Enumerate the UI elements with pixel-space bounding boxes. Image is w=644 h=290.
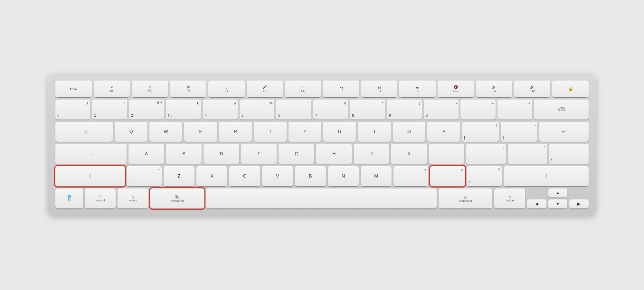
key-f1[interactable]: ☀ F1 bbox=[94, 81, 130, 97]
asdf-row: • A S D F G H J K L : ; bbox=[55, 144, 589, 164]
key-0[interactable]: ) 0 bbox=[424, 100, 459, 120]
key-k[interactable]: K bbox=[391, 144, 427, 164]
key-u[interactable]: U bbox=[323, 122, 356, 142]
key-arrow-down[interactable]: ▼ bbox=[548, 199, 568, 208]
key-e[interactable]: E bbox=[184, 122, 217, 142]
key-f8[interactable]: ⏯ F8 bbox=[361, 81, 398, 97]
key-tab[interactable]: →| bbox=[55, 122, 113, 142]
key-f12[interactable]: 🔊 F12 bbox=[514, 81, 551, 97]
key-b[interactable]: B bbox=[295, 166, 326, 186]
key-w[interactable]: W bbox=[149, 122, 182, 142]
key-rbracket[interactable]: } ] bbox=[501, 122, 537, 142]
key-5[interactable]: % 5 bbox=[240, 100, 274, 120]
key-o[interactable]: O bbox=[393, 122, 426, 142]
key-lbracket[interactable]: { [ bbox=[462, 122, 499, 142]
key-f[interactable]: F bbox=[241, 144, 277, 164]
key-command-right[interactable]: ⌘ command bbox=[439, 188, 492, 208]
key-s[interactable]: S bbox=[166, 144, 202, 164]
key-f11[interactable]: 🔉 F11 bbox=[476, 81, 512, 97]
key-shift-left[interactable]: ⇧ bbox=[55, 166, 125, 186]
key-f6[interactable]: ☾ F6 bbox=[285, 81, 321, 97]
key-f9[interactable]: ⏭ F9 bbox=[399, 81, 436, 97]
key-f10[interactable]: 🔇 F10 bbox=[438, 81, 474, 97]
key-capslock[interactable]: • bbox=[55, 144, 127, 164]
key-semicolon[interactable]: : ; bbox=[466, 144, 506, 164]
key-arrow-right[interactable]: ▶ bbox=[569, 199, 589, 208]
key-slash[interactable]: ? / bbox=[467, 166, 502, 186]
key-4[interactable]: $ 4 bbox=[203, 100, 238, 120]
key-q[interactable]: Q bbox=[115, 122, 147, 142]
key-section[interactable]: ± § bbox=[55, 100, 90, 120]
key-6[interactable]: ^ 6 bbox=[276, 100, 311, 120]
key-f5[interactable]: 🎤 F5 bbox=[247, 81, 283, 97]
key-equals[interactable]: + = bbox=[497, 100, 532, 120]
key-z[interactable]: Z bbox=[164, 166, 194, 186]
zxcv-row: ⇧ ~ ` Z X C V B N M < , > bbox=[55, 166, 589, 186]
key-option-right[interactable]: ⌥ option bbox=[494, 188, 525, 208]
key-f3[interactable]: ⊞ F3 bbox=[170, 81, 206, 97]
keyboard: esc ☀ F1 ☀ F2 ⊞ F3 ⌕ F4 🎤 F5 ☾ F6 ⏮ F7 bbox=[48, 75, 596, 216]
key-j[interactable]: J bbox=[354, 144, 390, 164]
key-r[interactable]: R bbox=[219, 122, 252, 142]
key-control[interactable]: ^ control bbox=[85, 188, 116, 208]
key-9[interactable]: ( 9 bbox=[387, 100, 422, 120]
key-2[interactable]: @ € 2 bbox=[129, 100, 164, 120]
key-esc[interactable]: esc bbox=[55, 81, 92, 97]
key-option-left[interactable]: ⌥ option bbox=[118, 188, 148, 208]
key-d[interactable]: D bbox=[204, 144, 239, 164]
key-n[interactable]: N bbox=[328, 166, 359, 186]
key-y[interactable]: Y bbox=[289, 122, 321, 142]
key-f7[interactable]: ⏮ F7 bbox=[323, 81, 359, 97]
key-backslash[interactable]: \ bbox=[549, 144, 589, 164]
key-period[interactable]: > . bbox=[430, 166, 465, 186]
key-arrow-up[interactable]: ▲ bbox=[548, 188, 568, 198]
key-f4[interactable]: ⌕ F4 bbox=[208, 81, 245, 97]
key-f2[interactable]: ☀ F2 bbox=[132, 81, 168, 97]
key-c[interactable]: C bbox=[229, 166, 260, 186]
key-7[interactable]: & 7 bbox=[313, 100, 348, 120]
key-a[interactable]: A bbox=[128, 144, 164, 164]
key-spacebar[interactable] bbox=[206, 188, 437, 208]
key-quote[interactable]: " ' bbox=[508, 144, 547, 164]
key-3[interactable]: £ 3 # bbox=[166, 100, 201, 120]
key-x[interactable]: X bbox=[196, 166, 227, 186]
key-shift-right[interactable]: ⇧ bbox=[504, 166, 589, 186]
key-arrow-left[interactable]: ◀ bbox=[527, 199, 546, 208]
key-l[interactable]: L bbox=[429, 144, 465, 164]
key-g[interactable]: G bbox=[279, 144, 314, 164]
key-command-left[interactable]: ⌘ command bbox=[150, 188, 204, 208]
key-m[interactable]: M bbox=[361, 166, 392, 186]
key-comma[interactable]: < , bbox=[393, 166, 428, 186]
key-lock[interactable]: 🔒 bbox=[552, 81, 589, 97]
key-1[interactable]: ! 1 bbox=[92, 100, 127, 120]
key-8[interactable]: * 8 bbox=[350, 100, 385, 120]
number-row: ± § ! 1 @ € 2 £ 3 # $ 4 % 5 ^ 6 & 7 bbox=[55, 100, 589, 120]
key-v[interactable]: V bbox=[262, 166, 293, 186]
key-p[interactable]: P bbox=[427, 122, 460, 142]
key-h[interactable]: H bbox=[316, 144, 352, 164]
bottom-row: 🌐 fn ^ control ⌥ option ⌘ command ⌘ comm… bbox=[55, 188, 589, 208]
key-return[interactable]: ↵ bbox=[539, 122, 589, 142]
arrow-cluster: ▲ ◀ ▼ ▶ bbox=[527, 188, 589, 208]
key-minus[interactable]: – - bbox=[460, 100, 495, 120]
key-i[interactable]: I bbox=[358, 122, 391, 142]
key-t[interactable]: T bbox=[254, 122, 287, 142]
qwerty-row: →| Q W E R T Y U I O P { bbox=[55, 122, 589, 142]
key-delete[interactable]: ⌫ bbox=[534, 100, 589, 120]
key-backtick[interactable]: ~ ` bbox=[127, 166, 162, 186]
fn-row: esc ☀ F1 ☀ F2 ⊞ F3 ⌕ F4 🎤 F5 ☾ F6 ⏮ F7 bbox=[55, 81, 589, 97]
key-fn[interactable]: 🌐 fn bbox=[55, 188, 83, 208]
